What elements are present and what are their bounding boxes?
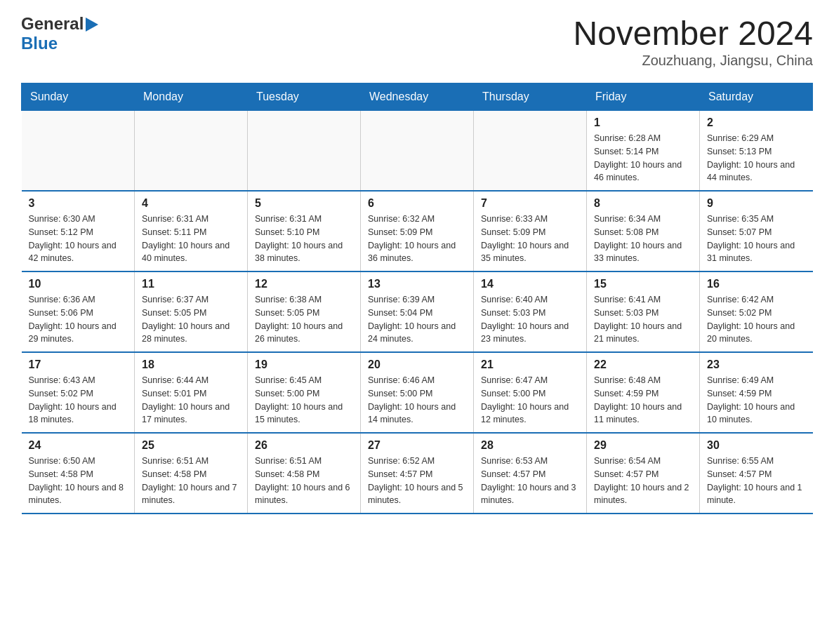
table-row: 1Sunrise: 6:28 AMSunset: 5:14 PMDaylight… [587,111,700,192]
day-info: Sunrise: 6:51 AMSunset: 4:58 PMDaylight:… [255,455,353,507]
table-row: 10Sunrise: 6:36 AMSunset: 5:06 PMDayligh… [22,271,135,352]
day-info: Sunrise: 6:52 AMSunset: 4:57 PMDaylight:… [368,455,466,507]
calendar-week-row: 17Sunrise: 6:43 AMSunset: 5:02 PMDayligh… [22,352,813,433]
calendar-week-row: 1Sunrise: 6:28 AMSunset: 5:14 PMDaylight… [22,111,813,192]
table-row: 23Sunrise: 6:49 AMSunset: 4:59 PMDayligh… [700,352,813,433]
col-monday: Monday [135,83,248,111]
day-number: 2 [707,116,806,129]
day-info: Sunrise: 6:55 AMSunset: 4:57 PMDaylight:… [707,455,806,507]
day-number: 12 [255,278,353,290]
table-row: 16Sunrise: 6:42 AMSunset: 5:02 PMDayligh… [700,271,813,352]
day-number: 20 [368,358,466,371]
table-row: 26Sunrise: 6:51 AMSunset: 4:58 PMDayligh… [248,433,361,514]
day-info: Sunrise: 6:50 AMSunset: 4:58 PMDaylight:… [29,455,128,507]
day-number: 3 [29,197,128,210]
day-number: 1 [594,116,692,129]
month-title: November 2024 [573,14,813,53]
day-number: 8 [594,197,692,210]
table-row: 24Sunrise: 6:50 AMSunset: 4:58 PMDayligh… [22,433,135,514]
table-row: 3Sunrise: 6:30 AMSunset: 5:12 PMDaylight… [22,191,135,271]
table-row: 8Sunrise: 6:34 AMSunset: 5:08 PMDaylight… [587,191,700,271]
table-row: 17Sunrise: 6:43 AMSunset: 5:02 PMDayligh… [22,352,135,433]
day-info: Sunrise: 6:37 AMSunset: 5:05 PMDaylight:… [142,293,240,346]
table-row: 25Sunrise: 6:51 AMSunset: 4:58 PMDayligh… [135,433,248,514]
day-info: Sunrise: 6:30 AMSunset: 5:12 PMDaylight:… [29,213,128,265]
table-row: 6Sunrise: 6:32 AMSunset: 5:09 PMDaylight… [361,191,474,271]
day-number: 22 [594,358,692,371]
table-row: 4Sunrise: 6:31 AMSunset: 5:11 PMDaylight… [135,191,248,271]
day-info: Sunrise: 6:53 AMSunset: 4:57 PMDaylight:… [481,455,579,507]
logo-general-text: General [21,14,84,34]
day-number: 4 [142,197,240,210]
table-row: 19Sunrise: 6:45 AMSunset: 5:00 PMDayligh… [248,352,361,433]
col-friday: Friday [587,83,700,111]
day-number: 9 [707,197,806,210]
calendar-week-row: 3Sunrise: 6:30 AMSunset: 5:12 PMDaylight… [22,191,813,271]
table-row: 29Sunrise: 6:54 AMSunset: 4:57 PMDayligh… [587,433,700,514]
calendar-table: Sunday Monday Tuesday Wednesday Thursday… [21,83,813,514]
day-info: Sunrise: 6:31 AMSunset: 5:10 PMDaylight:… [255,213,353,265]
day-info: Sunrise: 6:35 AMSunset: 5:07 PMDaylight:… [707,213,806,265]
day-info: Sunrise: 6:43 AMSunset: 5:02 PMDaylight:… [29,374,128,427]
table-row [22,111,135,192]
calendar-week-row: 10Sunrise: 6:36 AMSunset: 5:06 PMDayligh… [22,271,813,352]
day-number: 23 [707,358,806,371]
table-row: 11Sunrise: 6:37 AMSunset: 5:05 PMDayligh… [135,271,248,352]
logo: General Blue [21,14,98,53]
table-row: 27Sunrise: 6:52 AMSunset: 4:57 PMDayligh… [361,433,474,514]
day-number: 29 [594,439,692,452]
table-row [248,111,361,192]
table-row [135,111,248,192]
table-row: 7Sunrise: 6:33 AMSunset: 5:09 PMDaylight… [474,191,587,271]
col-thursday: Thursday [474,83,587,111]
table-row: 14Sunrise: 6:40 AMSunset: 5:03 PMDayligh… [474,271,587,352]
day-info: Sunrise: 6:51 AMSunset: 4:58 PMDaylight:… [142,455,240,507]
day-number: 16 [707,278,806,290]
col-sunday: Sunday [22,83,135,111]
col-wednesday: Wednesday [361,83,474,111]
day-number: 14 [481,278,579,290]
svg-marker-0 [86,18,98,32]
col-saturday: Saturday [700,83,813,111]
day-number: 17 [29,358,128,371]
table-row: 18Sunrise: 6:44 AMSunset: 5:01 PMDayligh… [135,352,248,433]
table-row: 20Sunrise: 6:46 AMSunset: 5:00 PMDayligh… [361,352,474,433]
table-row: 15Sunrise: 6:41 AMSunset: 5:03 PMDayligh… [587,271,700,352]
day-number: 18 [142,358,240,371]
day-info: Sunrise: 6:38 AMSunset: 5:05 PMDaylight:… [255,293,353,346]
day-info: Sunrise: 6:45 AMSunset: 5:00 PMDaylight:… [255,374,353,427]
table-row: 28Sunrise: 6:53 AMSunset: 4:57 PMDayligh… [474,433,587,514]
table-row: 5Sunrise: 6:31 AMSunset: 5:10 PMDaylight… [248,191,361,271]
day-number: 28 [481,439,579,452]
day-info: Sunrise: 6:28 AMSunset: 5:14 PMDaylight:… [594,132,692,185]
day-info: Sunrise: 6:41 AMSunset: 5:03 PMDaylight:… [594,293,692,346]
table-row: 21Sunrise: 6:47 AMSunset: 5:00 PMDayligh… [474,352,587,433]
day-info: Sunrise: 6:36 AMSunset: 5:06 PMDaylight:… [29,293,128,346]
day-number: 15 [594,278,692,290]
day-number: 24 [29,439,128,452]
day-number: 10 [29,278,128,290]
day-number: 13 [368,278,466,290]
day-info: Sunrise: 6:46 AMSunset: 5:00 PMDaylight:… [368,374,466,427]
calendar-week-row: 24Sunrise: 6:50 AMSunset: 4:58 PMDayligh… [22,433,813,514]
table-row: 9Sunrise: 6:35 AMSunset: 5:07 PMDaylight… [700,191,813,271]
table-row: 12Sunrise: 6:38 AMSunset: 5:05 PMDayligh… [248,271,361,352]
day-info: Sunrise: 6:33 AMSunset: 5:09 PMDaylight:… [481,213,579,265]
day-number: 26 [255,439,353,452]
title-block: November 2024 Zouzhuang, Jiangsu, China [573,14,813,69]
day-info: Sunrise: 6:44 AMSunset: 5:01 PMDaylight:… [142,374,240,427]
page-header: General Blue November 2024 Zouzhuang, Ji… [21,14,813,69]
day-number: 11 [142,278,240,290]
table-row [361,111,474,192]
day-info: Sunrise: 6:34 AMSunset: 5:08 PMDaylight:… [594,213,692,265]
day-info: Sunrise: 6:40 AMSunset: 5:03 PMDaylight:… [481,293,579,346]
day-info: Sunrise: 6:54 AMSunset: 4:57 PMDaylight:… [594,455,692,507]
logo-blue-text: Blue [21,34,58,53]
table-row: 13Sunrise: 6:39 AMSunset: 5:04 PMDayligh… [361,271,474,352]
day-number: 5 [255,197,353,210]
table-row: 30Sunrise: 6:55 AMSunset: 4:57 PMDayligh… [700,433,813,514]
table-row [474,111,587,192]
day-number: 7 [481,197,579,210]
day-info: Sunrise: 6:42 AMSunset: 5:02 PMDaylight:… [707,293,806,346]
calendar-header-row: Sunday Monday Tuesday Wednesday Thursday… [22,83,813,111]
